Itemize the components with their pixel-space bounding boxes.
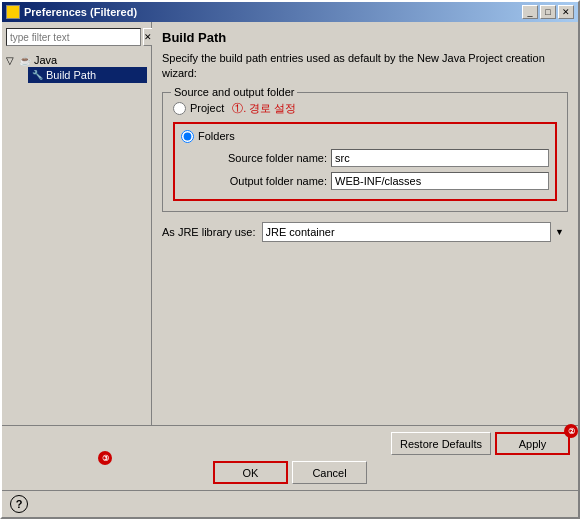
jre-select-wrapper: JRE container JRE library Execution envi… <box>262 222 568 242</box>
tree-expand-icon: ▽ <box>6 55 16 66</box>
cancel-button[interactable]: Cancel <box>292 461 367 484</box>
window-body: ✕ ▽ ☕ Java 🔧 Build Path <box>2 22 578 517</box>
project-radio-annotation: ①. 경로 설정 <box>232 101 296 116</box>
folders-radio-label: Folders <box>198 130 235 142</box>
filter-input[interactable] <box>6 28 141 46</box>
output-folder-row: Output folder name: <box>197 172 549 190</box>
preferences-window: Preferences (Filtered) _ □ ✕ ✕ ▽ ☕ Java <box>0 0 580 519</box>
java-tree-label: Java <box>34 54 57 66</box>
window-icon <box>6 5 20 19</box>
buttons-section: Restore Defaults Apply ② ③ OK Cancel <box>2 426 578 490</box>
window-title: Preferences (Filtered) <box>24 6 137 18</box>
project-radio-row: Project ①. 경로 설정 <box>173 101 557 116</box>
build-path-tree-label: Build Path <box>46 69 96 81</box>
title-bar-controls: _ □ ✕ <box>522 5 574 19</box>
help-button[interactable]: ? <box>10 495 28 513</box>
right-panel: Build Path Specify the build path entrie… <box>152 22 578 425</box>
help-row: ? <box>2 490 578 517</box>
annotation-badge-3: ③ <box>98 451 112 465</box>
panel-title: Build Path <box>162 30 568 45</box>
restore-defaults-button[interactable]: Restore Defaults <box>391 432 491 455</box>
source-folder-input[interactable] <box>331 149 549 167</box>
bottom-button-row: ③ OK Cancel <box>10 461 570 484</box>
build-path-tree-item[interactable]: 🔧 Build Path <box>28 67 147 83</box>
title-bar: Preferences (Filtered) _ □ ✕ <box>2 2 578 22</box>
maximize-button[interactable]: □ <box>540 5 556 19</box>
output-folder-label: Output folder name: <box>197 175 327 187</box>
jre-label: As JRE library use: <box>162 226 256 238</box>
folders-group-highlighted: Folders Source folder name: Output folde… <box>173 122 557 201</box>
minimize-button[interactable]: _ <box>522 5 538 19</box>
jre-row: As JRE library use: JRE container JRE li… <box>162 222 568 242</box>
close-button[interactable]: ✕ <box>558 5 574 19</box>
ok-button[interactable]: OK <box>213 461 288 484</box>
java-folder-icon: ☕ <box>18 53 32 67</box>
source-folder-label: Source folder name: <box>197 152 327 164</box>
folders-radio-row: Folders <box>181 130 549 143</box>
group-legend: Source and output folder <box>171 86 297 98</box>
source-folder-row: Source folder name: <box>197 149 549 167</box>
project-radio[interactable] <box>173 102 186 115</box>
panel-description: Specify the build path entries used as d… <box>162 51 568 82</box>
jre-select[interactable]: JRE container JRE library Execution envi… <box>262 222 568 242</box>
output-folder-input[interactable] <box>331 172 549 190</box>
folders-radio[interactable] <box>181 130 194 143</box>
tree-children: 🔧 Build Path <box>28 67 147 83</box>
apply-button-wrapper: Apply ② <box>495 432 570 455</box>
content-area: ✕ ▽ ☕ Java 🔧 Build Path <box>2 22 578 425</box>
filter-row: ✕ <box>4 26 149 48</box>
apply-button[interactable]: Apply <box>495 432 570 455</box>
annotation-badge-2: ② <box>564 424 578 438</box>
source-output-group: Source and output folder Project ①. 경로 설… <box>162 92 568 212</box>
build-path-icon: 🔧 <box>30 68 44 82</box>
project-radio-label: Project <box>190 102 224 114</box>
top-button-row: Restore Defaults Apply ② <box>10 432 570 455</box>
title-bar-text: Preferences (Filtered) <box>6 5 137 19</box>
left-panel: ✕ ▽ ☕ Java 🔧 Build Path <box>2 22 152 425</box>
tree-java-item[interactable]: ▽ ☕ Java 🔧 Build Path <box>4 52 149 84</box>
